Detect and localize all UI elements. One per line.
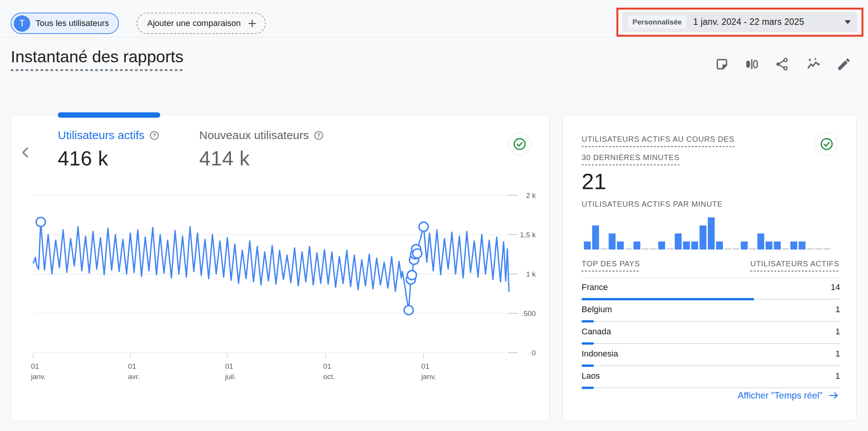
chevron-down-icon — [845, 20, 851, 24]
svg-text:0: 0 — [532, 349, 536, 357]
realtime-card: UTILISATEURS ACTIFS AU COURS DES 30 DERN… — [562, 115, 857, 421]
country-name: Belgium — [582, 305, 612, 314]
country-active-users: 1 — [835, 305, 840, 314]
metric-new-users: Nouveaux utilisateurs ? 414 k — [199, 129, 324, 170]
top-countries-table: France 14 Belgium 1 Canada 1 Indonesia 1… — [582, 279, 840, 390]
country-bar-track — [582, 321, 840, 322]
country-bar-track — [582, 365, 840, 366]
svg-text:1 k: 1 k — [526, 270, 536, 278]
svg-text:500: 500 — [523, 309, 536, 318]
view-realtime-link[interactable]: Afficher "Temps réel" — [738, 390, 839, 401]
data-quality-icon[interactable] — [508, 133, 531, 156]
svg-text:01: 01 — [323, 362, 331, 370]
top-countries-header: TOP DES PAYS — [582, 259, 640, 272]
country-bar-track — [582, 343, 840, 344]
country-row: Canada 1 — [582, 324, 840, 346]
view-realtime-link-label: Afficher "Temps réel" — [738, 390, 822, 401]
carousel-prev-button[interactable] — [19, 146, 33, 159]
svg-text:janv.: janv. — [31, 373, 46, 381]
arrow-right-icon — [828, 390, 839, 400]
country-name: France — [582, 282, 608, 292]
realtime-title-line2: 30 DERNIÈRES MINUTES — [582, 153, 679, 165]
svg-text:01: 01 — [421, 362, 429, 370]
realtime-title-line1: UTILISATEURS ACTIFS AU COURS DES — [582, 135, 735, 147]
metric-active-users-tab[interactable]: Utilisateurs actifs ? — [58, 129, 159, 142]
svg-text:avr.: avr. — [128, 373, 140, 381]
country-row: France 14 — [582, 279, 840, 301]
share-icon — [774, 57, 790, 73]
country-bar-fill — [582, 365, 594, 367]
metric-new-users-value: 414 k — [199, 147, 324, 170]
date-range-picker[interactable]: Personnalisée 1 janv. 2024 - 22 mars 202… — [622, 12, 858, 32]
help-icon[interactable]: ? — [314, 130, 324, 141]
svg-text:01: 01 — [128, 362, 136, 370]
country-active-users: 1 — [835, 371, 840, 381]
date-range-type-badge: Personnalisée — [628, 16, 686, 29]
country-bar-track — [582, 387, 840, 388]
country-bar-fill — [582, 298, 754, 300]
ga-reports-snapshot-screen: T Tous les utilisateurs Ajouter une comp… — [0, 0, 868, 431]
realtime-active-users-value: 21 — [582, 169, 606, 194]
svg-text:juil.: juil. — [225, 373, 236, 381]
country-bar-fill — [582, 342, 594, 345]
audience-chip[interactable]: T Tous les utilisateurs — [11, 13, 119, 34]
active-users-header: UTILISATEURS ACTIFS — [750, 259, 839, 272]
per-minute-label: UTILISATEURS ACTIFS PAR MINUTE — [582, 200, 723, 209]
sticky-note-icon — [714, 57, 730, 73]
topbar-divider — [0, 37, 868, 37]
add-comparison-label: Ajouter une comparaison — [147, 18, 241, 28]
plus-icon — [247, 18, 257, 29]
data-quality-icon[interactable] — [815, 133, 838, 156]
active-users-card: Utilisateurs actifs ? 416 k Nouveaux uti… — [11, 115, 550, 421]
share-button[interactable] — [774, 57, 790, 73]
metric-new-users-label: Nouveaux utilisateurs — [199, 129, 309, 142]
audience-avatar: T — [14, 15, 30, 32]
notes-button[interactable] — [714, 57, 730, 73]
svg-text:oct.: oct. — [323, 373, 335, 381]
page-title: Instantané des rapports — [11, 47, 184, 71]
insights-button[interactable] — [806, 57, 821, 73]
country-name: Canada — [582, 327, 611, 337]
country-active-users: 1 — [835, 327, 840, 337]
country-bar-fill — [582, 320, 594, 322]
country-name: Laos — [582, 371, 600, 381]
country-row: Belgium 1 — [582, 301, 840, 324]
carousel-tab-indicator — [58, 112, 160, 118]
active-users-line-chart[interactable]: 05001 k1,5 k2 k01janv.01avr.01juil.01oct… — [11, 176, 549, 405]
country-active-users: 14 — [831, 282, 840, 292]
country-bar-fill — [582, 387, 594, 389]
metric-active-users-value: 416 k — [58, 147, 159, 170]
svg-text:2 k: 2 k — [526, 191, 536, 199]
insights-icon — [806, 57, 821, 73]
metric-active-users: Utilisateurs actifs ? 416 k — [58, 129, 159, 170]
svg-text:01: 01 — [225, 362, 233, 370]
users-per-minute-bar-chart — [582, 211, 840, 254]
edit-pencil-icon — [836, 57, 852, 73]
help-icon[interactable]: ? — [149, 130, 159, 141]
metric-new-users-tab[interactable]: Nouveaux utilisateurs ? — [199, 129, 324, 142]
svg-text:1,5 k: 1,5 k — [520, 231, 536, 239]
compare-button[interactable] — [744, 57, 759, 73]
comparison-icon — [744, 57, 759, 73]
audience-chip-label: Tous les utilisateurs — [36, 18, 109, 28]
country-name: Indonesia — [582, 349, 618, 359]
metric-active-users-label: Utilisateurs actifs — [58, 129, 145, 142]
country-row: Laos 1 — [582, 368, 840, 390]
table-header-divider — [582, 278, 840, 278]
svg-text:?: ? — [317, 132, 320, 138]
country-active-users: 1 — [835, 349, 840, 359]
country-row: Indonesia 1 — [582, 346, 840, 368]
edit-button[interactable] — [836, 57, 852, 73]
svg-text:?: ? — [153, 132, 156, 138]
svg-text:01: 01 — [31, 362, 39, 370]
date-range-value: 1 janv. 2024 - 22 mars 2025 — [693, 17, 804, 27]
add-comparison-chip[interactable]: Ajouter une comparaison — [137, 13, 266, 34]
svg-text:janv.: janv. — [421, 373, 436, 381]
